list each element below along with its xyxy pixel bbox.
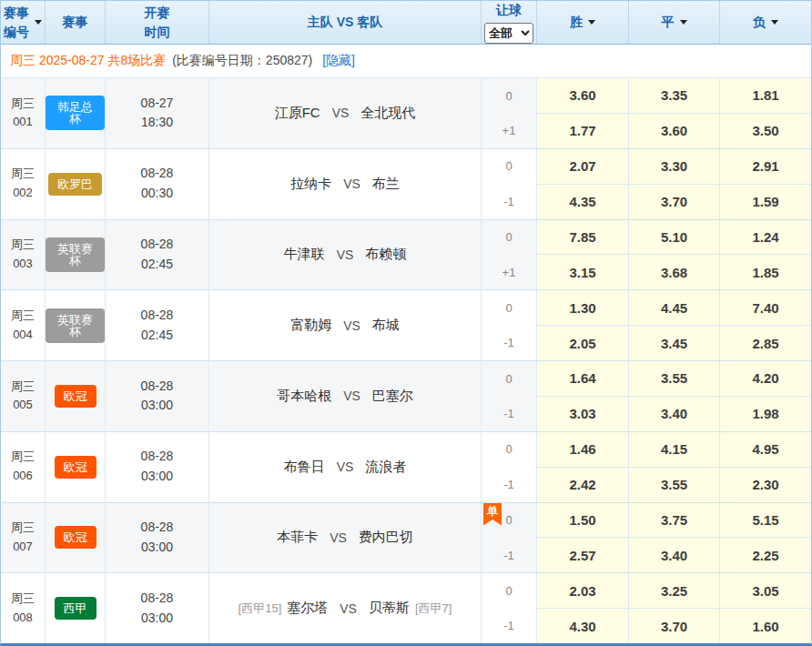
win-odds-line2[interactable]: 2.05 <box>537 326 628 360</box>
league-cell: 欧罗巴 <box>46 149 106 219</box>
lose-odds-line2[interactable]: 1.60 <box>720 609 811 643</box>
header-win[interactable]: 胜 <box>537 1 629 44</box>
lose-odds-line1[interactable]: 1.24 <box>720 220 811 256</box>
match-number: 006 <box>13 467 33 486</box>
league-badge[interactable]: 欧冠 <box>55 526 96 549</box>
league-badge[interactable]: 英联赛杯 <box>46 308 105 343</box>
draw-odds-line1[interactable]: 4.15 <box>629 432 719 468</box>
draw-odds-line2[interactable]: 3.40 <box>629 397 719 431</box>
sort-caret-icon[interactable] <box>771 20 778 25</box>
lose-odds-line2[interactable]: 1.98 <box>720 397 811 431</box>
teams-cell: 牛津联 VS 布赖顿 <box>209 220 482 290</box>
lose-odds-line1[interactable]: 1.81 <box>720 78 811 114</box>
win-odds-line1[interactable]: 1.64 <box>537 361 628 397</box>
lose-odds-line1[interactable]: 4.95 <box>720 432 811 468</box>
lose-odds-line2[interactable]: 2.30 <box>720 468 811 502</box>
lose-odds-line1[interactable]: 4.20 <box>720 361 811 397</box>
lose-odds-line2[interactable]: 3.50 <box>720 114 811 148</box>
vs-label: VS <box>340 601 357 616</box>
league-badge[interactable]: 英联赛杯 <box>46 237 105 272</box>
win-odds-line2[interactable]: 3.03 <box>537 397 628 431</box>
match-number: 005 <box>13 396 33 415</box>
league-badge[interactable]: 欧冠 <box>55 456 96 479</box>
league-badge[interactable]: 韩足总杯 <box>46 96 105 130</box>
win-odds-line1[interactable]: 7.85 <box>537 220 628 256</box>
draw-odds-line1[interactable]: 4.45 <box>629 290 719 326</box>
lose-odds-line1[interactable]: 2.91 <box>720 149 811 185</box>
win-odds-line2[interactable]: 4.35 <box>537 185 628 219</box>
win-odds-line1[interactable]: 1.30 <box>537 290 628 326</box>
draw-odds-line1[interactable]: 3.35 <box>629 78 719 114</box>
match-id-cell: 周三 004 <box>1 290 46 360</box>
match-id-cell: 周三 005 <box>1 361 46 431</box>
draw-odds-line2[interactable]: 3.60 <box>629 114 719 148</box>
league-badge[interactable]: 西甲 <box>55 597 96 620</box>
draw-odds-line1[interactable]: 3.25 <box>629 573 719 609</box>
lose-odds-line2[interactable]: 1.59 <box>720 185 811 219</box>
match-list: 周三 001 韩足总杯 08-27 18:30 江原FC VS 全北现代 0 +… <box>1 78 811 643</box>
win-odds-line2[interactable]: 2.42 <box>537 468 628 502</box>
home-team: 布鲁日 <box>284 459 325 476</box>
draw-odds-line2[interactable]: 3.70 <box>629 609 719 643</box>
lose-odds-line2[interactable]: 2.25 <box>720 538 811 572</box>
win-odds-line1[interactable]: 1.50 <box>537 503 628 539</box>
win-odds-line1[interactable]: 3.60 <box>537 78 628 114</box>
hide-link[interactable]: [隐藏] <box>322 53 355 69</box>
teams-cell: 布鲁日 VS 流浪者 <box>209 432 482 502</box>
draw-odds-cell: 4.15 3.55 <box>629 432 720 502</box>
lose-odds-line1[interactable]: 7.40 <box>720 290 811 326</box>
away-team: 流浪者 <box>365 459 406 476</box>
header-match-id[interactable]: 赛事 编号 <box>1 1 46 44</box>
draw-odds-line2[interactable]: 3.68 <box>629 255 719 289</box>
draw-odds-line1[interactable]: 3.30 <box>629 149 719 185</box>
handicap-cell: 0 -1 <box>482 432 537 502</box>
lose-odds-line2[interactable]: 1.85 <box>720 255 811 289</box>
win-odds-line1[interactable]: 2.03 <box>537 573 628 609</box>
league-badge[interactable]: 欧冠 <box>55 385 96 408</box>
date-subheader: 周三 2025-08-27 共8场比赛 (比赛编号日期：250827) [隐藏] <box>1 45 811 78</box>
teams-cell: 拉纳卡 VS 布兰 <box>209 149 482 219</box>
draw-odds-line1[interactable]: 3.75 <box>629 503 719 539</box>
league-cell: 英联赛杯 <box>46 220 106 290</box>
draw-odds-line2[interactable]: 3.55 <box>629 468 719 502</box>
league-badge[interactable]: 欧罗巴 <box>48 173 102 196</box>
draw-odds-cell: 3.55 3.40 <box>629 361 720 431</box>
draw-odds-line2[interactable]: 3.40 <box>629 538 719 572</box>
match-date: 08-28 <box>141 518 174 538</box>
sort-caret-icon[interactable] <box>680 20 687 25</box>
sort-caret-icon[interactable] <box>588 20 595 25</box>
draw-odds-line2[interactable]: 3.70 <box>629 185 719 219</box>
win-odds-line2[interactable]: 4.30 <box>537 609 628 643</box>
handicap-line2: -1 <box>482 609 536 643</box>
win-odds-line1[interactable]: 2.07 <box>537 149 628 185</box>
win-odds-line2[interactable]: 3.15 <box>537 255 628 289</box>
handicap-cell: 0 -1 <box>482 361 537 431</box>
match-row: 周三 005 欧冠 08-28 03:00 哥本哈根 VS 巴塞尔 0 -1 1… <box>1 361 811 432</box>
match-number: 008 <box>13 609 33 628</box>
header-draw[interactable]: 平 <box>629 1 720 44</box>
sort-caret-icon[interactable] <box>35 20 42 25</box>
match-number: 007 <box>13 538 33 557</box>
handicap-line2: -1 <box>482 184 536 218</box>
draw-odds-line1[interactable]: 3.55 <box>629 361 719 397</box>
lose-odds-line1[interactable]: 3.05 <box>720 573 811 609</box>
win-odds-line2[interactable]: 2.57 <box>537 538 628 572</box>
handicap-line1: 0 <box>482 290 536 325</box>
lose-odds-line2[interactable]: 2.85 <box>720 326 811 360</box>
handicap-line2: +1 <box>482 113 536 147</box>
header-match-id-label: 赛事 编号 <box>4 4 29 41</box>
away-team: 布兰 <box>372 176 400 193</box>
draw-odds-line2[interactable]: 3.45 <box>629 326 719 360</box>
teams-cell: 哥本哈根 VS 巴塞尔 <box>209 361 482 431</box>
lose-odds-line1[interactable]: 5.15 <box>720 503 811 539</box>
match-time: 03:00 <box>141 538 173 558</box>
header-draw-label: 平 <box>662 13 675 31</box>
handicap-cell: 0 +1 <box>482 78 537 148</box>
win-odds-line2[interactable]: 1.77 <box>537 114 628 148</box>
draw-odds-line1[interactable]: 5.10 <box>629 220 719 256</box>
handicap-filter-select[interactable]: 全部 <box>484 23 533 44</box>
win-odds-line1[interactable]: 1.46 <box>537 432 628 468</box>
header-lose[interactable]: 负 <box>720 1 811 44</box>
match-time: 03:00 <box>141 609 173 629</box>
draw-odds-cell: 4.45 3.45 <box>629 290 720 360</box>
